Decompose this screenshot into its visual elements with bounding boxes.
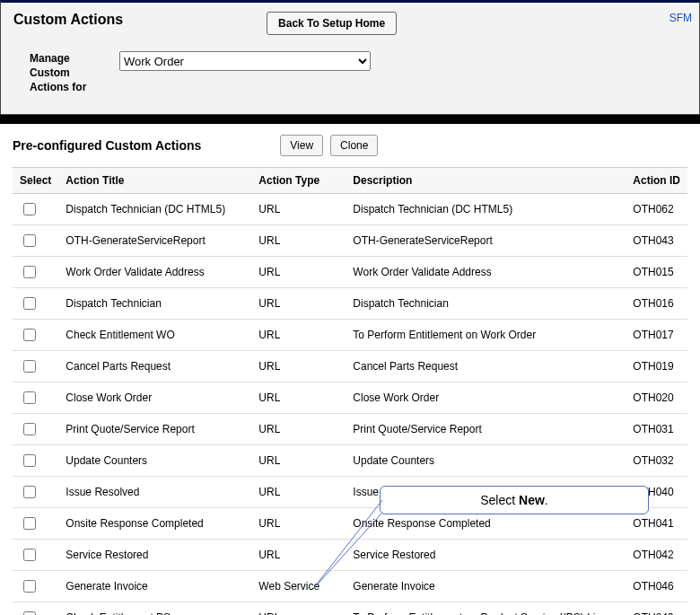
cell-id: OTH017 — [626, 320, 687, 351]
table-row: Check Entitlement PSURLTo Perform Entitl… — [13, 602, 687, 616]
cell-type: URL — [251, 382, 346, 414]
col-description: Description — [346, 168, 626, 194]
cell-id: OTH049 — [626, 602, 687, 616]
cell-type: URL — [251, 351, 346, 382]
cell-id: OTH019 — [626, 351, 687, 382]
sfm-link[interactable]: SFM — [669, 12, 692, 24]
cell-id: OTH043 — [626, 225, 687, 257]
row-checkbox[interactable] — [23, 266, 36, 278]
cell-type: Web Service — [251, 571, 346, 602]
row-checkbox[interactable] — [23, 297, 36, 310]
cell-title: Check Entitlement WO — [58, 320, 251, 351]
cell-title: Issue Resolved — [58, 477, 251, 508]
row-checkbox[interactable] — [23, 329, 36, 341]
col-select: Select — [13, 168, 58, 194]
cell-desc: Dispatch Technician — [346, 288, 626, 320]
cell-id: OTH020 — [626, 382, 687, 414]
cell-desc: OTH-GenerateServiceReport — [346, 225, 626, 257]
table-row: Generate InvoiceWeb ServiceGenerate Invo… — [13, 571, 687, 602]
cell-type: URL — [251, 414, 346, 445]
cell-type: URL — [251, 602, 346, 616]
cell-title: Service Restored — [58, 540, 251, 571]
table-row: Update CountersURLUpdate CountersOTH032 — [13, 445, 687, 477]
view-button[interactable]: View — [280, 135, 323, 156]
cell-title: Check Entitlement PS — [58, 602, 251, 616]
table-row: Work Order Validate AddressURLWork Order… — [13, 257, 687, 288]
row-checkbox[interactable] — [23, 203, 36, 215]
cell-title: Work Order Validate Address — [58, 257, 251, 288]
cell-title: Close Work Order — [58, 382, 251, 414]
col-action-id: Action ID — [626, 168, 687, 194]
cell-id: OTH062 — [626, 194, 687, 225]
cell-desc: Work Order Validate Address — [346, 257, 626, 288]
cell-type: URL — [251, 288, 346, 320]
cell-type: URL — [251, 508, 346, 540]
table-row: Close Work OrderURLClose Work OrderOTH02… — [13, 382, 687, 414]
preconfigured-table: Select Action Title Action Type Descript… — [13, 167, 687, 615]
back-to-setup-button[interactable]: Back To Setup Home — [267, 12, 397, 35]
cell-desc: Close Work Order — [346, 382, 626, 414]
table-row: Dispatch TechnicianURLDispatch Technicia… — [13, 288, 687, 320]
manage-actions-select[interactable]: Work Order — [119, 51, 371, 71]
row-checkbox[interactable] — [23, 549, 36, 561]
manage-label: Manage Custom Actions for — [30, 51, 119, 94]
cell-desc: To Perform Entitlement on Product Servic… — [346, 602, 626, 616]
row-checkbox[interactable] — [23, 454, 36, 467]
cell-desc: Cancel Parts Request — [346, 351, 626, 382]
table-row: OTH-GenerateServiceReportURLOTH-Generate… — [13, 225, 687, 257]
cell-desc: Service Restored — [346, 540, 626, 571]
cell-type: URL — [251, 477, 346, 508]
row-checkbox[interactable] — [23, 580, 36, 593]
row-checkbox[interactable] — [23, 486, 36, 498]
clone-button[interactable]: Clone — [330, 135, 378, 156]
cell-type: URL — [251, 540, 346, 571]
cell-title: Cancel Parts Request — [58, 351, 251, 382]
cell-title: Generate Invoice — [58, 571, 251, 602]
cell-title: Dispatch Technician — [58, 288, 251, 320]
cell-desc: To Perform Entitlement on Work Order — [346, 320, 626, 351]
cell-title: Dispatch Technician (DC HTML5) — [58, 194, 251, 225]
table-row: Print Quote/Service ReportURLPrint Quote… — [13, 414, 687, 445]
cell-desc: Update Counters — [346, 445, 626, 477]
row-checkbox[interactable] — [23, 391, 36, 404]
cell-type: URL — [251, 194, 346, 225]
row-checkbox[interactable] — [23, 360, 36, 373]
cell-title: Print Quote/Service Report — [58, 414, 251, 445]
page-title: Custom Actions — [13, 12, 123, 28]
cell-id: OTH040 — [626, 477, 687, 508]
cell-id: OTH041 — [626, 508, 687, 540]
cell-type: URL — [251, 320, 346, 351]
table-row: Cancel Parts RequestURLCancel Parts Requ… — [13, 351, 687, 382]
cell-title: Update Counters — [58, 445, 251, 477]
cell-id: OTH032 — [626, 445, 687, 477]
preconfigured-title: Pre-configured Custom Actions — [13, 138, 201, 153]
cell-desc: Dispatch Technician (DC HTML5) — [346, 194, 626, 225]
row-checkbox[interactable] — [23, 517, 36, 530]
divider — [0, 115, 700, 124]
table-row: Onsite Response CompletedURLOnsite Respo… — [13, 508, 687, 540]
cell-desc: Print Quote/Service Report — [346, 414, 626, 445]
cell-desc: Issue Resolved — [346, 477, 626, 508]
table-row: Issue ResolvedURLIssue ResolvedOTH040 — [13, 477, 687, 508]
table-row: Dispatch Technician (DC HTML5)URLDispatc… — [13, 194, 687, 225]
cell-id: OTH031 — [626, 414, 687, 445]
cell-type: URL — [251, 225, 346, 257]
cell-id: OTH046 — [626, 571, 687, 602]
table-row: Service RestoredURLService RestoredOTH04… — [13, 540, 687, 571]
cell-id: OTH042 — [626, 540, 687, 571]
col-action-type: Action Type — [251, 168, 346, 194]
cell-title: Onsite Response Completed — [58, 508, 251, 540]
col-action-title: Action Title — [58, 168, 251, 194]
row-checkbox[interactable] — [23, 234, 36, 247]
cell-desc: Generate Invoice — [346, 571, 626, 602]
cell-title: OTH-GenerateServiceReport — [58, 225, 251, 257]
row-checkbox[interactable] — [23, 611, 36, 615]
cell-type: URL — [251, 257, 346, 288]
cell-id: OTH016 — [626, 288, 687, 320]
table-row: Check Entitlement WOURLTo Perform Entitl… — [13, 320, 687, 351]
cell-id: OTH015 — [626, 257, 687, 288]
row-checkbox[interactable] — [23, 423, 36, 435]
cell-desc: Onsite Response Completed — [346, 508, 626, 540]
cell-type: URL — [251, 445, 346, 477]
